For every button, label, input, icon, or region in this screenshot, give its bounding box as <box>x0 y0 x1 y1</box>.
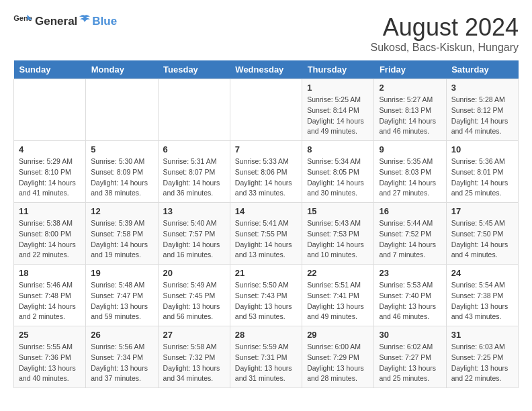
calendar-cell: 1Sunrise: 5:25 AM Sunset: 8:14 PM Daylig… <box>302 79 374 141</box>
calendar-cell <box>230 79 302 141</box>
day-info: Sunrise: 5:50 AM Sunset: 7:43 PM Dayligh… <box>235 280 297 322</box>
weekday-header-friday: Friday <box>374 60 446 79</box>
weekday-header-row: SundayMondayTuesdayWednesdayThursdayFrid… <box>14 60 519 79</box>
day-number: 14 <box>235 206 297 216</box>
logo-bird-icon <box>78 14 91 25</box>
subtitle: Sukosd, Bacs-Kiskun, Hungary <box>370 42 519 54</box>
week-row-1: 1Sunrise: 5:25 AM Sunset: 8:14 PM Daylig… <box>14 79 519 141</box>
main-title: August 2024 <box>370 13 519 42</box>
calendar-cell: 5Sunrise: 5:30 AM Sunset: 8:09 PM Daylig… <box>86 141 158 203</box>
day-number: 12 <box>91 206 152 216</box>
day-info: Sunrise: 5:40 AM Sunset: 7:57 PM Dayligh… <box>163 218 225 261</box>
day-info: Sunrise: 5:31 AM Sunset: 8:07 PM Dayligh… <box>163 156 225 199</box>
day-info: Sunrise: 6:00 AM Sunset: 7:29 PM Dayligh… <box>307 342 369 384</box>
day-info: Sunrise: 6:03 AM Sunset: 7:25 PM Dayligh… <box>451 342 513 384</box>
calendar-cell: 28Sunrise: 5:59 AM Sunset: 7:31 PM Dayli… <box>230 326 302 388</box>
day-number: 26 <box>91 330 152 340</box>
calendar-cell: 3Sunrise: 5:28 AM Sunset: 8:12 PM Daylig… <box>446 79 518 141</box>
calendar-cell: 14Sunrise: 5:41 AM Sunset: 7:55 PM Dayli… <box>230 203 302 265</box>
day-info: Sunrise: 5:33 AM Sunset: 8:06 PM Dayligh… <box>235 156 297 199</box>
calendar-cell: 6Sunrise: 5:31 AM Sunset: 8:07 PM Daylig… <box>158 141 230 203</box>
day-info: Sunrise: 5:48 AM Sunset: 7:47 PM Dayligh… <box>91 280 152 322</box>
day-info: Sunrise: 5:29 AM Sunset: 8:10 PM Dayligh… <box>19 156 81 199</box>
calendar-cell: 24Sunrise: 5:54 AM Sunset: 7:38 PM Dayli… <box>446 265 518 326</box>
calendar-cell: 11Sunrise: 5:38 AM Sunset: 8:00 PM Dayli… <box>14 203 86 265</box>
week-row-3: 11Sunrise: 5:38 AM Sunset: 8:00 PM Dayli… <box>14 203 519 265</box>
week-row-2: 4Sunrise: 5:29 AM Sunset: 8:10 PM Daylig… <box>14 141 519 203</box>
weekday-header-saturday: Saturday <box>446 60 518 79</box>
day-number: 18 <box>19 268 81 278</box>
day-info: Sunrise: 6:02 AM Sunset: 7:27 PM Dayligh… <box>379 342 441 384</box>
day-number: 11 <box>19 206 81 216</box>
day-info: Sunrise: 5:36 AM Sunset: 8:01 PM Dayligh… <box>451 156 513 199</box>
day-number: 17 <box>451 206 513 216</box>
calendar-cell: 23Sunrise: 5:53 AM Sunset: 7:40 PM Dayli… <box>374 265 446 326</box>
day-number: 2 <box>379 83 441 93</box>
day-number: 8 <box>307 144 369 154</box>
week-row-5: 25Sunrise: 5:55 AM Sunset: 7:36 PM Dayli… <box>14 326 519 388</box>
day-number: 7 <box>235 144 297 154</box>
day-info: Sunrise: 5:51 AM Sunset: 7:41 PM Dayligh… <box>307 280 369 322</box>
weekday-header-wednesday: Wednesday <box>230 60 302 79</box>
day-number: 22 <box>307 268 369 278</box>
calendar-cell: 2Sunrise: 5:27 AM Sunset: 8:13 PM Daylig… <box>374 79 446 141</box>
weekday-header-monday: Monday <box>86 60 158 79</box>
logo-icon: General <box>13 13 32 28</box>
day-number: 15 <box>307 206 369 216</box>
day-number: 20 <box>163 268 225 278</box>
calendar-cell <box>14 79 86 141</box>
calendar-cell: 21Sunrise: 5:50 AM Sunset: 7:43 PM Dayli… <box>230 265 302 326</box>
calendar-cell: 29Sunrise: 6:00 AM Sunset: 7:29 PM Dayli… <box>302 326 374 388</box>
logo: General General Blue <box>13 13 117 28</box>
day-info: Sunrise: 5:28 AM Sunset: 8:12 PM Dayligh… <box>451 95 513 137</box>
day-number: 16 <box>379 206 441 216</box>
day-info: Sunrise: 5:30 AM Sunset: 8:09 PM Dayligh… <box>91 156 152 199</box>
day-number: 6 <box>163 144 225 154</box>
calendar-cell: 17Sunrise: 5:45 AM Sunset: 7:50 PM Dayli… <box>446 203 518 265</box>
calendar-cell: 4Sunrise: 5:29 AM Sunset: 8:10 PM Daylig… <box>14 141 86 203</box>
day-number: 27 <box>163 330 225 340</box>
day-info: Sunrise: 5:53 AM Sunset: 7:40 PM Dayligh… <box>379 280 441 322</box>
day-info: Sunrise: 5:35 AM Sunset: 8:03 PM Dayligh… <box>379 156 441 199</box>
weekday-header-tuesday: Tuesday <box>158 60 230 79</box>
logo-general: General <box>35 15 77 28</box>
calendar-cell: 13Sunrise: 5:40 AM Sunset: 7:57 PM Dayli… <box>158 203 230 265</box>
day-info: Sunrise: 5:46 AM Sunset: 7:48 PM Dayligh… <box>19 280 81 322</box>
day-info: Sunrise: 5:59 AM Sunset: 7:31 PM Dayligh… <box>235 342 297 384</box>
day-info: Sunrise: 5:27 AM Sunset: 8:13 PM Dayligh… <box>379 95 441 137</box>
calendar-cell <box>158 79 230 141</box>
logo-blue: Blue <box>92 15 117 28</box>
calendar-cell: 7Sunrise: 5:33 AM Sunset: 8:06 PM Daylig… <box>230 141 302 203</box>
calendar-cell <box>86 79 158 141</box>
calendar-cell: 22Sunrise: 5:51 AM Sunset: 7:41 PM Dayli… <box>302 265 374 326</box>
day-info: Sunrise: 5:39 AM Sunset: 7:58 PM Dayligh… <box>91 218 152 261</box>
day-info: Sunrise: 5:54 AM Sunset: 7:38 PM Dayligh… <box>451 280 513 322</box>
calendar-cell: 27Sunrise: 5:58 AM Sunset: 7:32 PM Dayli… <box>158 326 230 388</box>
calendar-cell: 12Sunrise: 5:39 AM Sunset: 7:58 PM Dayli… <box>86 203 158 265</box>
calendar-cell: 25Sunrise: 5:55 AM Sunset: 7:36 PM Dayli… <box>14 326 86 388</box>
title-area: August 2024 Sukosd, Bacs-Kiskun, Hungary <box>370 13 519 54</box>
day-info: Sunrise: 5:41 AM Sunset: 7:55 PM Dayligh… <box>235 218 297 261</box>
calendar-cell: 19Sunrise: 5:48 AM Sunset: 7:47 PM Dayli… <box>86 265 158 326</box>
day-number: 10 <box>451 144 513 154</box>
day-number: 13 <box>163 206 225 216</box>
day-info: Sunrise: 5:55 AM Sunset: 7:36 PM Dayligh… <box>19 342 81 384</box>
calendar-cell: 15Sunrise: 5:43 AM Sunset: 7:53 PM Dayli… <box>302 203 374 265</box>
weekday-header-thursday: Thursday <box>302 60 374 79</box>
day-number: 19 <box>91 268 152 278</box>
calendar-cell: 8Sunrise: 5:34 AM Sunset: 8:05 PM Daylig… <box>302 141 374 203</box>
day-info: Sunrise: 5:34 AM Sunset: 8:05 PM Dayligh… <box>307 156 369 199</box>
calendar-table: SundayMondayTuesdayWednesdayThursdayFrid… <box>13 60 519 388</box>
calendar-cell: 30Sunrise: 6:02 AM Sunset: 7:27 PM Dayli… <box>374 326 446 388</box>
day-info: Sunrise: 5:45 AM Sunset: 7:50 PM Dayligh… <box>451 218 513 261</box>
day-info: Sunrise: 5:44 AM Sunset: 7:52 PM Dayligh… <box>379 218 441 261</box>
day-info: Sunrise: 5:56 AM Sunset: 7:34 PM Dayligh… <box>91 342 152 384</box>
calendar-cell: 10Sunrise: 5:36 AM Sunset: 8:01 PM Dayli… <box>446 141 518 203</box>
day-number: 23 <box>379 268 441 278</box>
day-number: 24 <box>451 268 513 278</box>
week-row-4: 18Sunrise: 5:46 AM Sunset: 7:48 PM Dayli… <box>14 265 519 326</box>
day-number: 30 <box>379 330 441 340</box>
day-info: Sunrise: 5:43 AM Sunset: 7:53 PM Dayligh… <box>307 218 369 261</box>
day-number: 4 <box>19 144 81 154</box>
calendar-cell: 9Sunrise: 5:35 AM Sunset: 8:03 PM Daylig… <box>374 141 446 203</box>
